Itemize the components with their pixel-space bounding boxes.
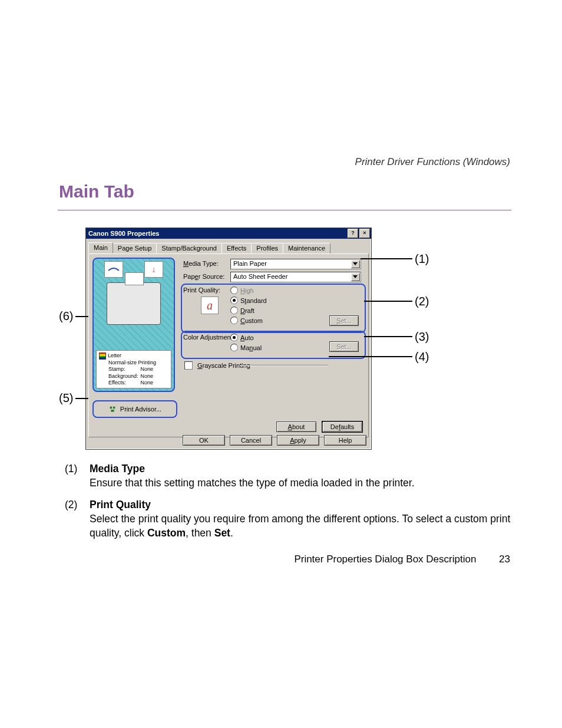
media-type-select[interactable]: Plain Paper [230,259,361,269]
callout-2: (2) [415,295,429,308]
desc-item-1: (1) Media Type Ensure that this setting … [65,462,513,490]
desc-1-title: Media Type [90,463,145,475]
tab-page-setup[interactable]: Page Setup [113,243,157,254]
defaults-button[interactable]: Defaults [322,421,362,432]
callout-3: (3) [415,330,429,344]
tab-main[interactable]: Main [88,242,113,253]
titlebar-close-button[interactable]: × [359,229,370,238]
preview-panel: ↓ Letter Normal-size Printing Stamp:None… [92,258,175,392]
quality-draft-radio[interactable]: Draft [230,307,254,314]
footer-page-number: 23 [499,554,510,565]
print-advisor-icon [108,405,117,413]
color-set-button[interactable]: Set... [329,341,359,352]
callout-3-line [364,336,412,337]
preview-info-box: Letter Normal-size Printing Stamp:None B… [96,350,171,388]
grayscale-line [240,365,328,366]
desc-2-bold2: Set [214,527,230,539]
media-type-label: Media Type: [183,260,219,267]
print-advisor-button[interactable]: Print Advisor... [92,400,177,418]
callout-1-line [361,258,412,259]
desc-2-num: (2) [65,498,90,540]
print-advisor-label: Print Advisor... [120,406,161,413]
callout-2-line [364,301,412,302]
desc-1-body: Ensure that this setting matches the typ… [90,477,415,489]
main-tab-panel: ↓ Letter Normal-size Printing Stamp:None… [88,253,369,437]
quality-set-button[interactable]: Set... [329,315,359,326]
callout-4: (4) [415,350,429,364]
preview-settings-table: Stamp:None Background:None Effects:None [108,366,156,386]
description-list: (1) Media Type Ensure that this setting … [65,462,513,548]
preview-orientation-icon: ↓ [144,261,163,278]
preview-effects-value: None [141,380,156,386]
preview-effects-label: Effects: [108,380,141,386]
print-quality-label: Print Quality: [183,286,220,294]
page-title: Main Tab [59,182,134,202]
apply-button[interactable]: Apply [277,435,319,446]
dialog-bottom-buttons: OK Cancel Apply Help [86,435,371,446]
ok-button[interactable]: OK [183,435,225,446]
paper-source-label: Paper Source: [183,273,224,280]
callout-6: (6) [59,309,73,323]
preview-stamp-value: None [141,366,156,373]
tab-maintenance[interactable]: Maintenance [283,243,330,254]
callout-5: (5) [59,391,73,405]
titlebar-help-button[interactable]: ? [348,229,358,238]
cancel-button[interactable]: Cancel [230,435,272,446]
desc-2-title: Print Quality [90,499,151,510]
quality-standard-radio[interactable]: Standard [230,297,267,304]
page-footer: Printer Properties Dialog Box Descriptio… [294,554,510,565]
paper-source-select[interactable]: Auto Sheet Feeder [230,272,361,282]
about-button[interactable]: About [276,421,316,432]
desc-2-bold1: Custom [147,527,186,539]
preview-media-icon [104,261,123,278]
quality-high-radio[interactable]: High [230,286,254,294]
preview-stamp-label: Stamp: [108,366,141,373]
heading-rule [58,210,511,210]
preview-mode: Normal-size Printing [108,360,168,366]
tab-profiles[interactable]: Profiles [251,243,283,254]
quality-custom-radio[interactable]: Custom [230,317,263,324]
footer-text: Printer Properties Dialog Box Descriptio… [294,554,476,565]
color-manual-radio[interactable]: Manual [230,344,262,351]
desc-2-post: . [230,527,233,539]
preview-background-value: None [141,373,156,380]
printer-illustration [107,282,161,325]
quality-sample-icon: a [201,297,219,314]
callout-5-line [75,398,88,399]
desc-1-num: (1) [65,462,90,490]
color-auto-radio[interactable]: Auto [230,334,254,341]
tab-effects[interactable]: Effects [222,243,252,254]
preview-background-label: Background: [108,373,141,380]
preview-paper: Letter [108,353,121,358]
desc-item-2: (2) Print Quality Select the print quali… [65,498,513,540]
chapter-header: Printer Driver Functions (Windows) [355,156,510,168]
help-button[interactable]: Help [324,435,366,446]
callout-1: (1) [415,252,429,266]
media-type-value: Plain Paper [233,260,267,267]
tab-stamp-background[interactable]: Stamp/Background [156,243,222,254]
color-adjustment-label: Color Adjustment: [183,334,234,341]
desc-2-mid: , then [186,527,214,539]
dialog-title: Canon S900 Properties [88,228,159,239]
callout-6-line [75,316,88,317]
dialog-titlebar: Canon S900 Properties ? × [86,228,371,239]
properties-dialog: Canon S900 Properties ? × Main Page Setu… [85,228,372,450]
tab-strip: Main Page Setup Stamp/Background Effects… [88,242,371,253]
color-swatch-icon [99,353,106,360]
callout-4-line [329,356,412,357]
paper-source-value: Auto Sheet Feeder [233,273,287,280]
